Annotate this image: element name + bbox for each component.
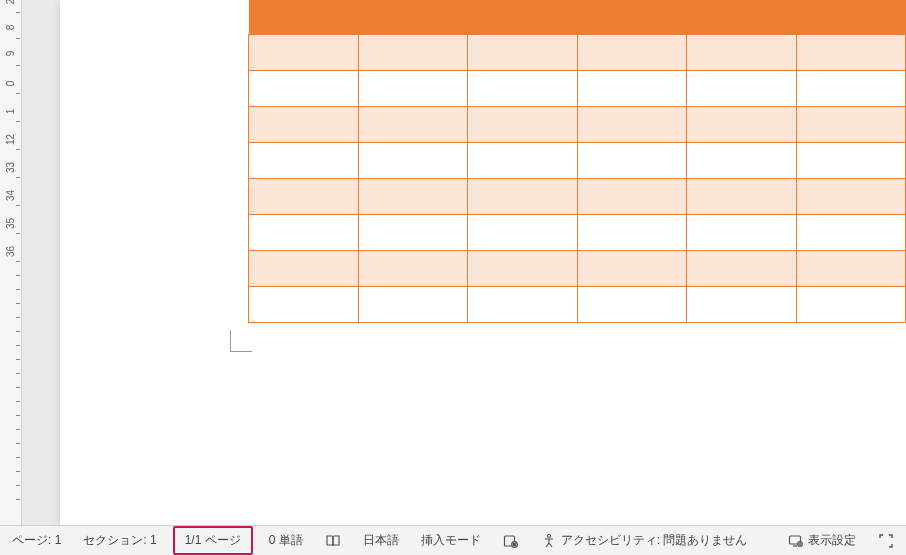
table-cell[interactable] [358, 286, 468, 322]
ruler-tick [16, 457, 20, 458]
status-display-settings[interactable]: 表示設定 [782, 528, 862, 553]
table-header-row[interactable] [249, 0, 906, 34]
table-cell[interactable] [358, 106, 468, 142]
table-header-cell[interactable] [358, 0, 468, 34]
table-cell[interactable] [249, 70, 359, 106]
table-row[interactable] [249, 214, 906, 250]
table-cell[interactable] [358, 34, 468, 70]
table-row[interactable] [249, 178, 906, 214]
page[interactable] [60, 0, 906, 525]
table-cell[interactable] [687, 286, 797, 322]
table-cell[interactable] [577, 178, 687, 214]
table-cell[interactable] [358, 178, 468, 214]
table-cell[interactable] [358, 142, 468, 178]
table-cell[interactable] [687, 142, 797, 178]
ruler-mark: 36 [5, 244, 16, 260]
table-cell[interactable] [249, 250, 359, 286]
ruler-tick [16, 345, 20, 346]
table-header-cell[interactable] [468, 0, 578, 34]
table-cell[interactable] [468, 286, 578, 322]
table-cell[interactable] [249, 106, 359, 142]
table-cell[interactable] [796, 106, 906, 142]
ruler-tick [16, 359, 20, 360]
table-cell[interactable] [249, 286, 359, 322]
table-cell[interactable] [577, 250, 687, 286]
table-cell[interactable] [468, 70, 578, 106]
table-row[interactable] [249, 286, 906, 322]
ruler-tick [16, 401, 20, 402]
status-accessibility[interactable]: アクセシビリティ: 問題ありません [535, 528, 754, 553]
table-header-cell[interactable] [796, 0, 906, 34]
table-cell[interactable] [468, 250, 578, 286]
ruler-tick [16, 415, 20, 416]
table-cell[interactable] [687, 34, 797, 70]
table-cell[interactable] [577, 34, 687, 70]
table-cell[interactable] [796, 142, 906, 178]
status-focus-mode[interactable] [872, 529, 900, 553]
table-cell[interactable] [358, 70, 468, 106]
table-cell[interactable] [687, 214, 797, 250]
ruler-mark: 35 [5, 216, 16, 232]
table-header-cell[interactable] [577, 0, 687, 34]
table-cell[interactable] [468, 214, 578, 250]
page-margin-mark [230, 330, 252, 352]
table-cell[interactable] [687, 70, 797, 106]
table-cell[interactable] [796, 250, 906, 286]
table-cell[interactable] [468, 142, 578, 178]
table-cell[interactable] [796, 178, 906, 214]
status-macro[interactable] [497, 529, 525, 553]
table-cell[interactable] [687, 106, 797, 142]
table-cell[interactable] [358, 214, 468, 250]
status-section[interactable]: セクション: 1 [77, 528, 162, 553]
status-insert-mode[interactable]: 挿入モード [415, 528, 487, 553]
status-word-count[interactable]: 0 単語 [263, 528, 309, 553]
book-icon [325, 533, 341, 549]
status-page-count[interactable]: 1/1 ページ [173, 526, 253, 555]
table-cell[interactable] [577, 286, 687, 322]
ruler-tick [16, 443, 20, 444]
document-viewport[interactable] [22, 0, 906, 525]
table-row[interactable] [249, 106, 906, 142]
table-cell[interactable] [796, 286, 906, 322]
status-spelling[interactable] [319, 529, 347, 553]
table-cell[interactable] [577, 142, 687, 178]
ruler-tick [16, 499, 20, 500]
styled-table[interactable] [248, 0, 906, 323]
table-row[interactable] [249, 142, 906, 178]
status-page[interactable]: ページ: 1 [6, 528, 67, 553]
table-cell[interactable] [577, 70, 687, 106]
ruler-tick [16, 177, 20, 178]
ruler-mark: 0 [5, 76, 16, 92]
table-cell[interactable] [468, 34, 578, 70]
ruler-mark: 8 [5, 20, 16, 36]
table-cell[interactable] [687, 178, 797, 214]
table-cell[interactable] [249, 34, 359, 70]
macro-record-icon [503, 533, 519, 549]
table-cell[interactable] [796, 214, 906, 250]
table-header-cell[interactable] [249, 0, 359, 34]
table-cell[interactable] [796, 34, 906, 70]
vertical-ruler[interactable]: 2 8 9 0 1 12 33 34 35 36 [0, 0, 22, 525]
ruler-tick [16, 275, 20, 276]
table-cell[interactable] [577, 214, 687, 250]
table-cell[interactable] [249, 142, 359, 178]
ruler-tick [16, 93, 20, 94]
ruler-tick [16, 261, 20, 262]
table-row[interactable] [249, 250, 906, 286]
table-cell[interactable] [468, 178, 578, 214]
page-content [60, 0, 906, 525]
table-row[interactable] [249, 34, 906, 70]
table-row[interactable] [249, 70, 906, 106]
table-cell[interactable] [796, 70, 906, 106]
table-cell[interactable] [577, 106, 687, 142]
table-cell[interactable] [358, 250, 468, 286]
table-cell[interactable] [249, 178, 359, 214]
table-header-cell[interactable] [687, 0, 797, 34]
ruler-mark: 2 [5, 0, 16, 10]
table-cell[interactable] [687, 250, 797, 286]
ruler-tick [16, 471, 20, 472]
table-cell[interactable] [249, 214, 359, 250]
table-cell[interactable] [468, 106, 578, 142]
status-language[interactable]: 日本語 [357, 528, 405, 553]
ruler-tick [16, 331, 20, 332]
